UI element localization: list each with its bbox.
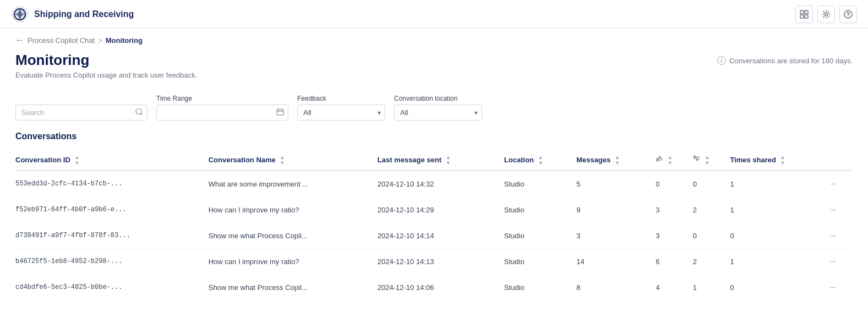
cell-conv-id: d739491f-a9f7-4fbf-878f-83... xyxy=(15,223,209,249)
col-label-conv-id: Conversation ID xyxy=(15,155,70,163)
location-select[interactable]: All Studio Other xyxy=(394,105,482,121)
cell-conv-name: How can I improve my ratio? xyxy=(209,249,378,275)
row-nav-button[interactable]: → xyxy=(828,282,837,292)
cell-location: Studio xyxy=(504,197,576,223)
table-row: f52eb971-64ff-4b0f-a9b6-e... How can I i… xyxy=(15,197,853,223)
row-nav-button[interactable]: → xyxy=(828,256,837,266)
cell-messages: 3 xyxy=(576,223,656,249)
cell-conv-id: f52eb971-64ff-4b0f-a9b6-e... xyxy=(15,197,209,223)
settings-icon xyxy=(822,10,831,19)
row-nav-button[interactable]: → xyxy=(828,205,837,215)
time-range-wrapper xyxy=(156,105,288,121)
col-header-conv-name: Conversation Name ▲ ▼ xyxy=(209,150,378,171)
time-range-input[interactable] xyxy=(156,105,288,121)
feedback-label: Feedback xyxy=(297,95,385,102)
breadcrumb-parent-link[interactable]: Process Copilot Chat xyxy=(28,36,95,45)
col-header-thumbs-up: ▲ ▼ xyxy=(656,150,693,171)
col-label-location: Location xyxy=(504,155,534,163)
cell-location: Studio xyxy=(504,223,576,249)
help-icon-button[interactable] xyxy=(839,6,857,23)
sort-icon-times-shared[interactable]: ▲ ▼ xyxy=(780,155,785,166)
cell-location: Studio xyxy=(504,275,576,300)
time-range-label: Time Range xyxy=(156,95,288,102)
svg-rect-3 xyxy=(800,10,804,14)
svg-rect-6 xyxy=(805,15,808,18)
search-input-wrapper xyxy=(15,105,148,121)
feedback-select[interactable]: All Positive Negative xyxy=(297,105,385,121)
cell-last-msg: 2024-12-10 14:14 xyxy=(378,223,504,249)
cell-conv-name: Show me what Process Copil... xyxy=(209,223,378,249)
cell-times-shared: 1 xyxy=(730,197,828,223)
cell-location: Studio xyxy=(504,171,576,197)
sort-icon-conv-name[interactable]: ▲ ▼ xyxy=(280,155,285,166)
cell-thumbs-up: 3 xyxy=(656,223,693,249)
page-header-row: Monitoring Evaluate Process Copilot usag… xyxy=(15,52,853,90)
cell-times-shared: 1 xyxy=(730,171,828,197)
cell-nav: → xyxy=(828,197,853,223)
svg-rect-5 xyxy=(800,15,804,18)
filters-row: Time Range Feedback All Positive Negativ… xyxy=(15,95,853,121)
sort-icon-messages[interactable]: ▲ ▼ xyxy=(615,155,620,166)
table-body: 553edd3d-2cfc-4134-b7cb-... What are som… xyxy=(15,171,853,300)
sort-icon-thumbs-down[interactable]: ▲ ▼ xyxy=(705,155,709,166)
col-label-conv-name: Conversation Name xyxy=(209,155,276,163)
conversations-section-title: Conversations xyxy=(15,132,853,141)
cell-last-msg: 2024-12-10 14:06 xyxy=(378,275,504,300)
col-header-thumbs-down: ▲ ▼ xyxy=(693,150,730,171)
cell-thumbs-up: 6 xyxy=(656,249,693,275)
cell-thumbs-up: 0 xyxy=(656,171,693,197)
cell-messages: 8 xyxy=(576,275,656,300)
header-left: Shipping and Receiving xyxy=(11,6,134,23)
location-label: Conversation location xyxy=(394,95,482,102)
row-nav-button[interactable]: → xyxy=(828,231,837,240)
row-nav-button[interactable]: → xyxy=(828,179,837,189)
header-right xyxy=(795,6,857,23)
breadcrumb-back-button[interactable]: ← xyxy=(15,35,24,45)
cell-conv-id: b46725f5-1eb8-4952-b298-... xyxy=(15,249,209,275)
cell-conv-name: Show me what Process Copil... xyxy=(209,275,378,300)
search-icon[interactable] xyxy=(135,108,143,117)
cell-thumbs-down: 1 xyxy=(693,275,730,300)
storage-note: i Conversations are stored for 180 days. xyxy=(717,56,853,65)
sort-icon-thumbs-up[interactable]: ▲ ▼ xyxy=(668,155,673,166)
col-header-location: Location ▲ ▼ xyxy=(504,150,576,171)
cell-conv-id: cd4bdfe6-5ec3-4825-b0be-... xyxy=(15,275,209,300)
svg-point-7 xyxy=(825,13,828,15)
time-range-filter-group: Time Range xyxy=(156,95,288,121)
col-header-messages: Messages ▲ ▼ xyxy=(576,150,656,171)
table-header: Conversation ID ▲ ▼ Conversation Name ▲ … xyxy=(15,150,853,171)
table-row: 553edd3d-2cfc-4134-b7cb-... What are som… xyxy=(15,171,853,197)
storage-note-text: Conversations are stored for 180 days. xyxy=(729,57,853,65)
cell-nav: → xyxy=(828,223,853,249)
thumbs-down-header-icon xyxy=(693,155,701,162)
location-filter-group: Conversation location All Studio Other ▾ xyxy=(394,95,482,121)
feedback-filter-group: Feedback All Positive Negative ▾ xyxy=(297,95,385,121)
sort-icon-conv-id[interactable]: ▲ ▼ xyxy=(74,155,79,166)
cell-nav: → xyxy=(828,249,853,275)
sort-icon-location[interactable]: ▲ ▼ xyxy=(538,155,543,166)
page-content: Monitoring Evaluate Process Copilot usag… xyxy=(0,52,868,316)
settings-icon-button[interactable] xyxy=(817,6,835,23)
sort-icon-last-msg[interactable]: ▲ ▼ xyxy=(446,155,451,166)
svg-point-9 xyxy=(848,15,849,17)
conversations-table: Conversation ID ▲ ▼ Conversation Name ▲ … xyxy=(15,150,853,300)
cell-conv-name: What are some improvement ... xyxy=(209,171,378,197)
cell-times-shared: 0 xyxy=(730,275,828,300)
table-row: b46725f5-1eb8-4952-b298-... How can I im… xyxy=(15,249,853,275)
col-header-times-shared: Times shared ▲ ▼ xyxy=(730,150,828,171)
feedback-select-wrapper: All Positive Negative ▾ xyxy=(297,105,385,121)
layout-icon-button[interactable] xyxy=(795,6,813,23)
col-label-times-shared: Times shared xyxy=(730,155,776,163)
search-input[interactable] xyxy=(15,105,148,121)
cell-thumbs-down: 0 xyxy=(693,223,730,249)
page-title-area: Monitoring Evaluate Process Copilot usag… xyxy=(15,52,197,90)
cell-location: Studio xyxy=(504,249,576,275)
col-header-action xyxy=(828,150,853,171)
info-icon: i xyxy=(717,56,726,65)
cell-nav: → xyxy=(828,275,853,300)
cell-last-msg: 2024-12-10 14:29 xyxy=(378,197,504,223)
header-title: Shipping and Receiving xyxy=(34,9,134,19)
cell-messages: 9 xyxy=(576,197,656,223)
layout-icon xyxy=(800,10,809,19)
page-title: Monitoring xyxy=(15,52,197,69)
